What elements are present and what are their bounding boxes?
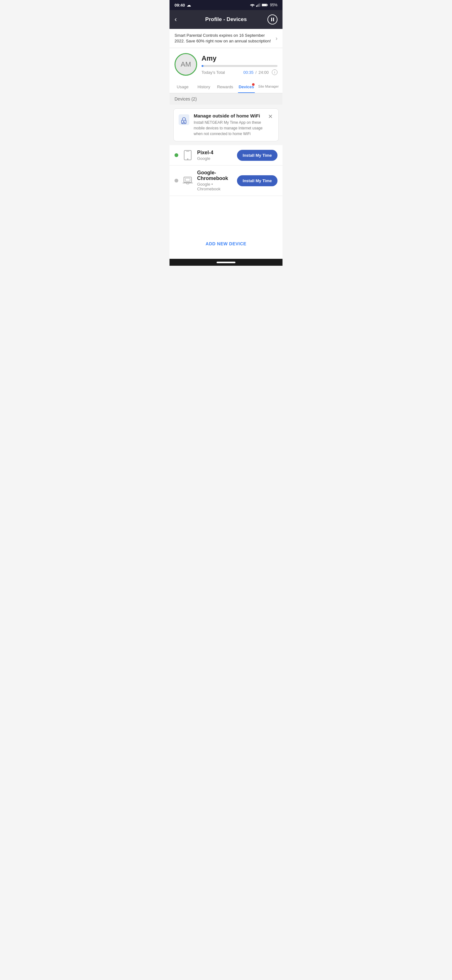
time-row: Today's Total 00:35 / 24:00 i — [201, 69, 278, 75]
progress-bar-fill — [201, 65, 203, 67]
svg-rect-14 — [184, 177, 192, 183]
tab-rewards[interactable]: Rewards — [214, 81, 236, 93]
svg-rect-6 — [262, 4, 267, 6]
tab-devices[interactable]: Devices — [236, 81, 257, 93]
cloud-icon: ☁ — [187, 3, 191, 8]
promo-banner[interactable]: Smart Parental Controls expires on 16 Se… — [170, 29, 282, 48]
profile-name: Amy — [201, 54, 278, 62]
profile-info: Amy Today's Total 00:35 / 24:00 i — [201, 53, 278, 75]
tab-site-manager[interactable]: Site Manager — [257, 81, 280, 93]
device-brand-pixel4: Google — [197, 156, 233, 161]
status-right: 95% — [250, 3, 278, 7]
svg-rect-15 — [185, 178, 190, 181]
tab-history[interactable]: History — [193, 81, 215, 93]
avatar: AM — [174, 53, 197, 76]
device-brand-chromebook: Google • Chromebook — [197, 182, 233, 191]
tab-usage[interactable]: Usage — [172, 81, 193, 93]
status-bar: 09:40 ☁ 95% — [170, 0, 282, 10]
banner-arrow-icon: › — [276, 35, 278, 42]
device-offline-indicator — [174, 179, 178, 183]
bottom-nav-bar — [170, 259, 282, 266]
status-time-group: 09:40 ☁ — [174, 3, 191, 8]
add-device-section: ADD NEW DEVICE — [170, 196, 282, 259]
tab-devices-dot — [252, 83, 255, 86]
svg-rect-4 — [259, 3, 260, 6]
avatar-initials: AM — [181, 60, 191, 68]
wifi-card-close-button[interactable]: ✕ — [267, 113, 274, 120]
install-mytime-button-pixel4[interactable]: Install My Time — [237, 150, 278, 161]
back-button[interactable]: ‹ — [174, 15, 185, 24]
device-info-pixel4: Pixel-4 Google — [197, 150, 233, 161]
status-icons — [250, 3, 268, 7]
status-time: 09:40 — [174, 3, 185, 8]
device-name-chromebook: Google-Chromebook — [197, 170, 233, 181]
profile-section: AM Amy Today's Total 00:35 / 24:00 i — [170, 48, 282, 81]
wifi-lock-icon — [178, 114, 190, 126]
pause-icon — [271, 18, 274, 21]
devices-section-header: Devices (2) — [170, 93, 282, 105]
wifi-card-title: Manage outside of home WiFi — [193, 113, 263, 118]
time-separator: / — [255, 70, 257, 75]
time-total: 24:00 — [259, 70, 269, 75]
svg-point-10 — [183, 121, 184, 122]
wifi-card-content: Manage outside of home WiFi Install NETG… — [193, 113, 263, 137]
info-icon[interactable]: i — [272, 69, 278, 75]
tabs-bar: Usage History Rewards Devices Site Manag… — [170, 81, 282, 93]
device-name-pixel4: Pixel-4 — [197, 150, 233, 156]
device-online-indicator — [174, 153, 178, 157]
devices-count-label: Devices (2) — [174, 96, 197, 102]
today-label: Today's Total — [201, 70, 225, 75]
device-row-chromebook: Google-Chromebook Google • Chromebook In… — [170, 165, 282, 196]
time-used: 00:35 — [243, 70, 254, 75]
page-title: Profile - Devices — [205, 16, 247, 22]
wifi-management-card: Manage outside of home WiFi Install NETG… — [173, 108, 279, 142]
device-info-chromebook: Google-Chromebook Google • Chromebook — [197, 170, 233, 191]
wifi-status-icon — [250, 3, 255, 7]
signal-icon — [256, 3, 260, 7]
pause-button[interactable] — [267, 14, 278, 24]
banner-text: Smart Parental Controls expires on 16 Se… — [174, 33, 273, 44]
home-indicator — [217, 262, 235, 263]
laptop-icon — [182, 175, 193, 186]
install-mytime-button-chromebook[interactable]: Install My Time — [237, 175, 278, 186]
devices-content: Devices (2) Manage outside of home WiFi … — [170, 93, 282, 259]
svg-point-13 — [187, 159, 188, 159]
page-header: ‹ Profile - Devices — [170, 10, 282, 29]
svg-rect-3 — [259, 4, 259, 7]
svg-rect-1 — [256, 5, 257, 6]
device-row-pixel4: Pixel-4 Google Install My Time — [170, 145, 282, 165]
phone-icon — [182, 150, 193, 161]
svg-point-0 — [252, 6, 253, 7]
wifi-card-description: Install NETGEAR My Time App on these mob… — [193, 120, 263, 137]
battery-percentage: 95% — [270, 3, 278, 7]
battery-icon — [262, 3, 268, 7]
add-new-device-button[interactable]: ADD NEW DEVICE — [206, 241, 246, 246]
svg-rect-7 — [267, 5, 268, 6]
usage-progress-bar — [201, 65, 278, 67]
svg-rect-2 — [257, 5, 258, 7]
